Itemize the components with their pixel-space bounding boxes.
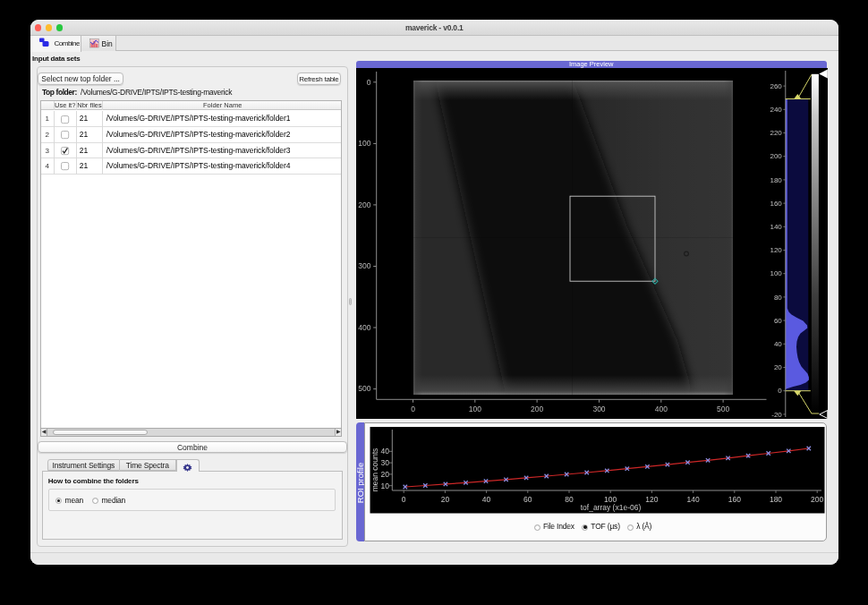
svg-text:100: 100 bbox=[770, 269, 782, 277]
svg-text:0: 0 bbox=[778, 387, 782, 395]
svg-text:400: 400 bbox=[358, 322, 370, 331]
svg-text:60: 60 bbox=[773, 316, 781, 324]
svg-text:-20: -20 bbox=[771, 410, 782, 418]
svg-text:180: 180 bbox=[770, 175, 782, 183]
svg-text:80: 80 bbox=[773, 293, 781, 301]
svg-text:300: 300 bbox=[358, 261, 370, 270]
svg-text:180: 180 bbox=[769, 494, 781, 503]
svg-text:30: 30 bbox=[380, 457, 389, 466]
svg-text:300: 300 bbox=[592, 405, 605, 413]
svg-text:40: 40 bbox=[380, 447, 389, 456]
svg-text:0: 0 bbox=[411, 405, 415, 413]
svg-text:0: 0 bbox=[401, 494, 405, 503]
svg-text:200: 200 bbox=[358, 200, 370, 209]
svg-text:260: 260 bbox=[770, 81, 782, 89]
svg-text:500: 500 bbox=[358, 384, 370, 393]
svg-text:140: 140 bbox=[686, 494, 699, 503]
svg-text:tof_array (x1e-06): tof_array (x1e-06) bbox=[580, 502, 641, 511]
svg-text:220: 220 bbox=[770, 129, 782, 137]
svg-text:400: 400 bbox=[654, 405, 667, 413]
svg-text:10: 10 bbox=[380, 481, 389, 490]
svg-text:240: 240 bbox=[770, 105, 782, 113]
svg-text:500: 500 bbox=[717, 405, 729, 413]
svg-text:120: 120 bbox=[645, 494, 658, 503]
svg-text:200: 200 bbox=[770, 152, 782, 160]
svg-text:120: 120 bbox=[770, 246, 782, 254]
svg-text:60: 60 bbox=[523, 494, 532, 503]
svg-text:40: 40 bbox=[481, 494, 490, 503]
svg-text:200: 200 bbox=[811, 494, 823, 503]
svg-text:mean counts: mean counts bbox=[370, 447, 379, 491]
svg-text:20: 20 bbox=[440, 494, 449, 503]
svg-text:20: 20 bbox=[380, 469, 389, 478]
svg-text:160: 160 bbox=[728, 494, 740, 503]
svg-text:100: 100 bbox=[468, 405, 481, 413]
svg-text:160: 160 bbox=[770, 199, 782, 207]
svg-text:20: 20 bbox=[773, 363, 781, 371]
svg-text:80: 80 bbox=[565, 494, 574, 503]
svg-text:100: 100 bbox=[358, 139, 370, 148]
svg-text:40: 40 bbox=[773, 339, 781, 347]
svg-text:140: 140 bbox=[770, 222, 782, 230]
svg-text:200: 200 bbox=[531, 405, 543, 413]
svg-text:0: 0 bbox=[366, 77, 370, 86]
